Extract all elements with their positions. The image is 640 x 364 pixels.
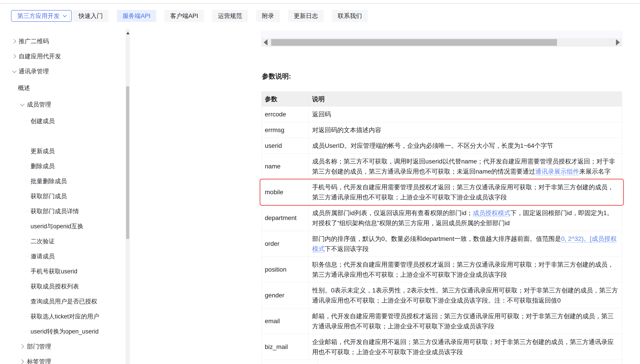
sidebar-item-二次验证[interactable]: 二次验证 [0,234,126,249]
param-cell: errmsg [262,122,309,138]
desc-text: 下不返回该字段 [325,245,369,252]
desc-text: 成员所属部门id列表，仅返回该应用有查看权限的部门id； [312,210,473,216]
sidebar-item-概述[interactable]: 概述 [0,80,126,95]
tree-tick [25,256,28,256]
nav-tab-5[interactable]: 更新日志 [288,10,324,22]
sidebar-item-自建应用代开发[interactable]: 自建应用代开发 [0,49,126,64]
desc-cell: 对返回码的文本描述内容 [309,122,622,138]
chevron-down-icon[interactable] [12,68,17,73]
sidebar-item-label: 查询成员用户是否已授权 [31,298,97,306]
doc-category-dropdown-label: 第三方应用开发 [17,12,60,20]
nav-divider [69,12,70,20]
tree-tick [25,316,28,316]
inline-link[interactable]: 成员授权模式 [473,210,510,216]
section-heading: 参数说明: [262,72,291,81]
chevron-right-icon[interactable] [12,39,16,44]
desc-cell: 成员UserID。对应管理端的帐号，企业内必须唯一。不区分大小写，长度为1~64… [309,138,622,154]
param-cell: department [262,205,309,231]
sidebar-item-通讯录管理[interactable]: 通讯录管理 [0,64,126,79]
scroll-left-arrow-icon[interactable] [264,39,268,46]
inline-link[interactable]: 通讯录展示组件 [535,168,579,175]
nav-tab-6[interactable]: 联系我们 [332,10,368,22]
sidebar-item-部门管理[interactable]: 部门管理 [0,339,126,354]
sidebar-item-更新成员[interactable]: 更新成员 [0,144,126,158]
param-cell: errcode [262,106,309,122]
tree-tick [25,166,28,166]
nav-tab-3[interactable]: 运营规范 [212,10,248,22]
table-row-position: position职务信息；代开发自建应用需要管理员授权才返回；第三方仅通讯录应用… [262,257,622,282]
col-header-desc: 说明 [309,92,622,106]
table-row-order: order部门内的排序值，默认为0。数量必须和department一致，数值越大… [262,231,622,257]
sidebar-item-批量删除成员[interactable]: 批量删除成员 [0,174,126,188]
sidebar-item-label: 手机号获取userid [31,267,78,276]
scroll-up-arrow-icon[interactable] [126,32,130,34]
tree-tick [25,211,28,211]
sidebar-item-list: 推广二维码自建应用代开发通讯录管理概述成员管理创建成员读取成员更新成员删除成员批… [0,34,126,364]
sidebar-item-删除成员[interactable]: 删除成员 [0,158,126,174]
horizontal-scrollbar-thumb[interactable] [271,39,557,46]
table-header-row: 参数说明 [262,92,622,106]
sidebar-item-创建成员[interactable]: 创建成员 [0,114,126,128]
table-row-errcode: errcode返回码 [262,106,622,122]
sidebar-item-获取选人ticket对应的用户[interactable]: 获取选人ticket对应的用户 [0,309,126,324]
sidebar-item-推广二维码[interactable]: 推广二维码 [0,34,126,49]
nav-tab-4[interactable]: 附录 [256,10,280,22]
sidebar-item-获取部门成员[interactable]: 获取部门成员 [0,188,126,204]
nav-tab-1[interactable]: 服务端API [117,10,156,22]
sidebar-item-读取成员[interactable]: 读取成员 [0,128,126,144]
tree-tick [25,226,28,226]
sidebar-scrollbar[interactable] [126,29,130,364]
sidebar-item-成员管理[interactable]: 成员管理 [0,97,126,112]
param-cell: name [262,154,309,179]
horizontal-scrollbar[interactable] [261,38,622,47]
nav-tab-0[interactable]: 快速入门 [73,10,109,22]
tree-tick [25,301,28,302]
parameter-table: 参数说明errcode返回码errmsg对返回码的文本描述内容userid成员U… [261,92,622,364]
sidebar-item-标签管理[interactable]: 标签管理 [0,354,126,364]
chevron-down-icon[interactable] [20,102,25,106]
tree-tick [25,181,28,181]
sidebar-item-label: 二次验证 [31,237,55,245]
table-row-biz_mail: biz_mail企业邮箱，代开发自建应用不返回；第三方仅通讯录应用可获取；对于非… [262,334,622,360]
sidebar-item-userid与openid互换[interactable]: userid与openid互换 [0,219,126,234]
table-row-department: department成员所属部门id列表，仅返回该应用有查看权限的部门id；成员… [262,205,622,231]
sidebar-item-label: 概述 [18,84,30,92]
table-row-mobile: mobile手机号码，代开发自建应用需要管理员授权才返回；第三方仅通讯录应用可获… [262,180,622,205]
sidebar-item-获取成员授权列表[interactable]: 获取成员授权列表 [0,279,126,294]
sidebar-item-手机号获取userid[interactable]: 手机号获取userid [0,264,126,279]
main-content: 参数说明: 参数说明errcode返回码errmsg对返回码的文本描述内容use… [261,29,622,364]
desc-text: 来展示名字 [579,168,610,175]
chevron-right-icon[interactable] [20,344,24,349]
sidebar-item-label: 部门管理 [27,342,51,350]
sidebar-item-label: 推广二维码 [19,37,49,45]
top-divider-strip [0,3,640,4]
desc-cell: 成员名称；第三方不可获取，调用时返回userid以代替name；代开发自建应用需… [309,154,622,179]
sidebar-item-查询成员用户是否已授权[interactable]: 查询成员用户是否已授权 [0,294,126,309]
param-cell: position [262,257,309,282]
desc-cell: 部门内的排序值，默认为0。数量必须和department一致，数值越大排序越前面… [309,231,622,256]
chevron-right-icon[interactable] [20,359,24,364]
param-cell: gender [262,282,309,308]
tree-tick [25,331,28,332]
desc-text: 成员UserID。对应管理端的帐号，企业内必须唯一。不区分大小写，长度为1~64… [312,142,553,149]
col-header-param: 参数 [262,92,309,106]
chevron-right-icon[interactable] [12,54,16,58]
sidebar-scrollbar-thumb[interactable] [126,86,129,239]
top-navigation-bar: 第三方应用开发 快速入门服务端API客户端API运营规范附录更新日志联系我们 [0,0,640,29]
sidebar-item-获取部门成员详情[interactable]: 获取部门成员详情 [0,204,126,219]
doc-category-dropdown[interactable]: 第三方应用开发 [11,10,72,22]
sidebar-item-label: 读取成员 [31,132,55,140]
param-cell: is_leader_in_dept [262,360,318,364]
tree-tick [25,136,28,136]
scroll-right-arrow-icon[interactable] [616,39,620,46]
desc-text: 企业邮箱，代开发自建应用不返回；第三方仅通讯录应用可获取；对于非第三方创建的成员… [312,338,614,356]
nav-tab-2[interactable]: 客户端API [165,10,204,22]
desc-text: 手机号码，代开发自建应用需要管理员授权才返回；第三方仅通讯录应用可获取；对于非第… [312,184,614,201]
sidebar-item-邀请成员[interactable]: 邀请成员 [0,249,126,264]
desc-text: 部门内的排序值，默认为0。数量必须和department一致，数值越大排序越前面… [312,235,561,242]
sidebar-navigation: 推广二维码自建应用代开发通讯录管理概述成员管理创建成员读取成员更新成员删除成员批… [0,29,126,364]
sidebar-item-label: userid与openid互换 [31,222,84,230]
desc-cell: 性别。0表示未定义，1表示男性，2表示女性。第三方仅通讯录应用可获取；对于非第三… [309,282,622,308]
sidebar-item-userid转换为open_userid[interactable]: userid转换为open_userid [0,324,126,339]
desc-text: 对返回码的文本描述内容 [312,126,381,134]
